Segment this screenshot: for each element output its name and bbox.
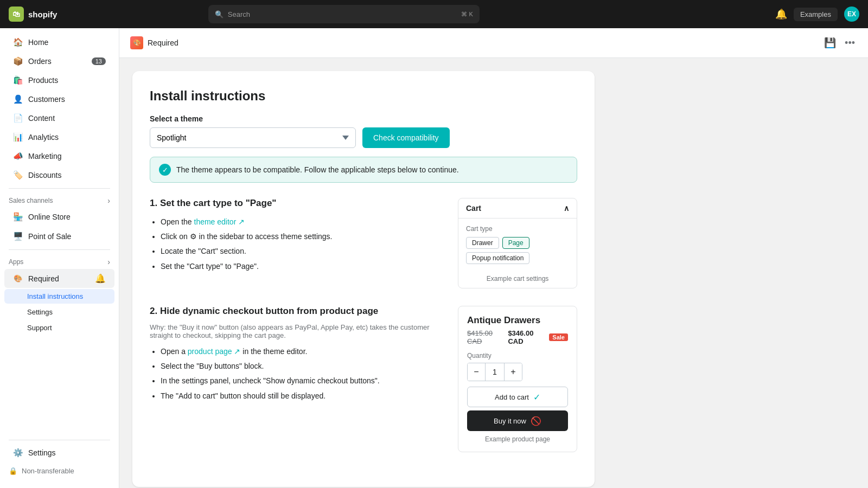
sale-badge: Sale bbox=[549, 333, 568, 341]
search-bar[interactable]: 🔍 Search ⌘ K bbox=[208, 5, 480, 23]
sidebar-item-label: Products bbox=[28, 76, 58, 85]
chevron-up-icon: ∧ bbox=[564, 204, 569, 213]
divider-3 bbox=[9, 440, 110, 440]
app-name: Required bbox=[148, 38, 178, 47]
app-icon: 🎨 bbox=[130, 36, 143, 49]
sidebar-item-home[interactable]: 🏠 Home bbox=[4, 33, 114, 52]
list-item: Select the "Buy buttons" block. bbox=[161, 359, 445, 373]
topnav-right: 🔔 Examples EX bbox=[775, 7, 859, 22]
layout: 🏠 Home 📦 Orders 13 🛍️ Products 👤 Custome… bbox=[0, 28, 868, 488]
step2-list: Open a product page ↗ in the theme edito… bbox=[150, 345, 445, 403]
quantity-value: 1 bbox=[485, 363, 505, 381]
install-title: Install instructions bbox=[150, 88, 577, 104]
quantity-decrease[interactable]: − bbox=[468, 363, 485, 381]
bell-small-icon: 🔔 bbox=[95, 273, 106, 284]
cart-type-popup[interactable]: Popup notification bbox=[466, 252, 529, 264]
sidebar-item-analytics[interactable]: 📊 Analytics bbox=[4, 128, 114, 146]
cart-type-label: Cart type bbox=[466, 225, 569, 233]
sidebar-item-content[interactable]: 📄 Content bbox=[4, 109, 114, 127]
app-header-title: 🎨 Required bbox=[130, 36, 178, 49]
step2-description: Why: the "Buy it now" button (also appea… bbox=[150, 323, 445, 339]
theme-select[interactable]: Spotlight Dawn Sense Refresh bbox=[150, 127, 356, 148]
sidebar-item-point-of-sale[interactable]: 🖥️ Point of Sale bbox=[4, 227, 114, 246]
quantity-increase[interactable]: + bbox=[505, 363, 522, 381]
sidebar-item-settings[interactable]: ⚙️ Settings bbox=[4, 444, 114, 462]
product-price-row: $415.00 CAD $346.00 CAD Sale bbox=[467, 329, 568, 345]
online-store-icon: 🏪 bbox=[13, 212, 23, 222]
shopify-bag-icon: 🛍 bbox=[9, 7, 24, 22]
no-symbol-icon: 🚫 bbox=[531, 416, 541, 426]
sidebar-item-label: Content bbox=[28, 114, 55, 123]
sidebar-item-label: Discounts bbox=[28, 171, 61, 179]
sidebar-item-marketing[interactable]: 📣 Marketing bbox=[4, 147, 114, 165]
sidebar-item-customers[interactable]: 👤 Customers bbox=[4, 90, 114, 108]
analytics-icon: 📊 bbox=[13, 132, 23, 142]
search-icon: 🔍 bbox=[215, 10, 224, 18]
compat-message: The theme appears to be compatible. Foll… bbox=[176, 165, 459, 174]
cart-example-widget: Cart ∧ Cart type Drawer Page Popup notif… bbox=[458, 198, 577, 288]
check-compatibility-button[interactable]: Check compatibility bbox=[362, 127, 450, 148]
sidebar-item-required[interactable]: 🎨 Required 🔔 bbox=[4, 269, 114, 288]
main: 🎨 Required 💾 ••• Install instructions Se… bbox=[119, 28, 868, 488]
price-new: $346.00 CAD bbox=[508, 329, 545, 345]
quantity-row: − 1 + bbox=[467, 363, 522, 381]
avatar: EX bbox=[844, 7, 859, 22]
theme-editor-link[interactable]: theme editor ↗ bbox=[194, 217, 245, 226]
product-page-link[interactable]: product page ↗ bbox=[188, 347, 241, 356]
header-actions: 💾 ••• bbox=[822, 35, 857, 51]
expand-icon: › bbox=[107, 196, 110, 205]
examples-button[interactable]: Examples bbox=[794, 8, 838, 21]
topnav: 🛍 shopify 🔍 Search ⌘ K 🔔 Examples EX bbox=[0, 0, 868, 28]
add-to-cart-label: Add to cart bbox=[495, 393, 529, 401]
cart-type-page[interactable]: Page bbox=[502, 237, 529, 249]
sidebar-item-label: Orders bbox=[28, 57, 52, 66]
sidebar-item-online-store[interactable]: 🏪 Online Store bbox=[4, 208, 114, 226]
sidebar-item-orders[interactable]: 📦 Orders 13 bbox=[4, 52, 114, 70]
list-item: Set the "Cart type" to "Page". bbox=[161, 260, 445, 273]
list-item: Open the theme editor ↗ bbox=[161, 215, 445, 229]
sidebar-item-label: Marketing bbox=[28, 152, 61, 160]
buy-now-button[interactable]: Buy it now 🚫 bbox=[467, 410, 568, 431]
sidebar-sub-settings[interactable]: Settings bbox=[4, 305, 114, 319]
main-header: 🎨 Required 💾 ••• bbox=[119, 28, 868, 58]
home-icon: 🏠 bbox=[13, 37, 23, 47]
save-icon-button[interactable]: 💾 bbox=[822, 35, 838, 51]
theme-selector-row: Spotlight Dawn Sense Refresh Check compa… bbox=[150, 127, 577, 148]
buy-now-label: Buy it now bbox=[494, 417, 526, 425]
step1-title: 1. Set the cart type to "Page" bbox=[150, 198, 445, 209]
sidebar-item-products[interactable]: 🛍️ Products bbox=[4, 71, 114, 89]
logo: 🛍 shopify bbox=[9, 7, 57, 22]
marketing-icon: 📣 bbox=[13, 151, 23, 161]
sidebar-item-label: Customers bbox=[28, 95, 65, 104]
list-item: The "Add to cart" button should still be… bbox=[161, 389, 445, 403]
list-item: Open a product page ↗ in the theme edito… bbox=[161, 345, 445, 358]
select-theme-label: Select a theme bbox=[150, 114, 577, 123]
logo-text: shopify bbox=[28, 10, 57, 19]
customers-icon: 👤 bbox=[13, 94, 23, 104]
compatibility-banner: ✓ The theme appears to be compatible. Fo… bbox=[150, 157, 577, 183]
cart-type-drawer[interactable]: Drawer bbox=[466, 237, 499, 249]
sidebar-item-label: Settings bbox=[28, 448, 56, 457]
products-icon: 🛍️ bbox=[13, 75, 23, 85]
pos-icon: 🖥️ bbox=[13, 232, 23, 241]
search-placeholder: Search bbox=[228, 10, 250, 18]
price-old: $415.00 CAD bbox=[467, 329, 503, 345]
product-widget-footer: Example product page bbox=[467, 435, 568, 443]
sidebar-item-discounts[interactable]: 🏷️ Discounts bbox=[4, 166, 114, 184]
more-options-button[interactable]: ••• bbox=[843, 35, 857, 51]
add-to-cart-button[interactable]: Add to cart ✓ bbox=[467, 387, 568, 407]
sidebar-item-label: Analytics bbox=[28, 133, 59, 142]
list-item: Click on ⚙ in the sidebar to access them… bbox=[161, 230, 445, 243]
sidebar-item-label: Required bbox=[28, 274, 59, 283]
expand-apps-icon: › bbox=[107, 258, 110, 266]
content-area: Install instructions Select a theme Spot… bbox=[119, 58, 608, 488]
sidebar-sub-support[interactable]: Support bbox=[4, 320, 114, 335]
sidebar-nav: 🏠 Home 📦 Orders 13 🛍️ Products 👤 Custome… bbox=[0, 33, 119, 185]
notification-bell-icon[interactable]: 🔔 bbox=[775, 8, 787, 20]
product-title: Antique Drawers bbox=[467, 315, 568, 326]
list-item: In the settings panel, uncheck "Show dyn… bbox=[161, 374, 445, 388]
sidebar-item-label: Online Store bbox=[28, 213, 71, 221]
sidebar-sub-install-instructions[interactable]: Install instructions bbox=[4, 289, 114, 304]
step1-section: 1. Set the cart type to "Page" Open the … bbox=[150, 198, 577, 288]
cart-widget-header: Cart ∧ bbox=[458, 198, 577, 219]
